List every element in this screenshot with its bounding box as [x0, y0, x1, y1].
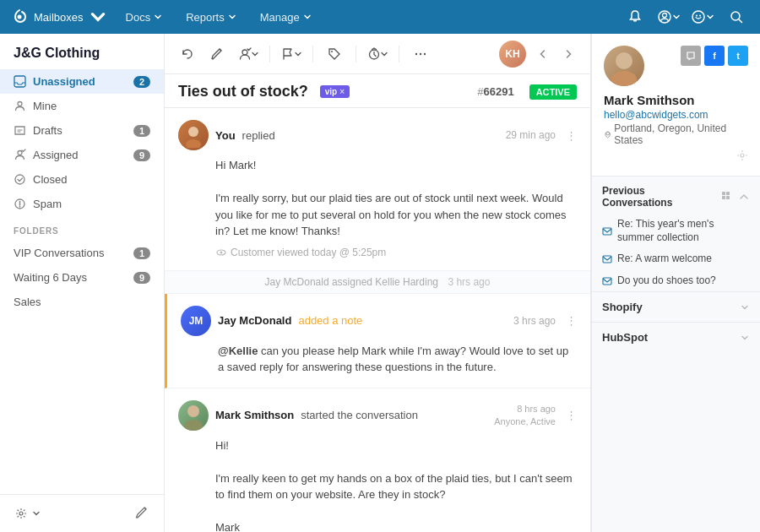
snooze-button[interactable]	[365, 41, 390, 67]
contact-email[interactable]: hello@abcwidgets.com	[604, 109, 748, 121]
assigned-badge: 9	[133, 149, 150, 161]
toolbar-separator-4	[399, 46, 399, 62]
chat-icon-button[interactable]	[681, 46, 701, 66]
collapse-icon[interactable]	[738, 191, 750, 203]
message-more-button[interactable]: ⋮	[566, 409, 577, 421]
reports-chevron	[228, 13, 236, 21]
flag-button[interactable]	[279, 41, 304, 67]
user-menu-button[interactable]	[655, 3, 682, 30]
note-body: @Kellie can you please help Mark while I…	[218, 343, 577, 376]
message-viewed-status: Customer viewed today @ 5:25pm	[215, 247, 577, 258]
waiting-label: Waiting 6 Days	[14, 271, 127, 284]
message-header: You replied 29 min ago ⋮	[178, 120, 577, 150]
prev-conv-text: Re: This year's men's summer collection	[617, 218, 750, 244]
tag-button[interactable]	[322, 41, 347, 67]
previous-conversations-section: Previous Conversations Re: This year's m…	[592, 176, 760, 291]
edit-button[interactable]	[205, 41, 231, 67]
svg-point-8	[18, 102, 22, 106]
hubspot-integration[interactable]: HubSpot	[592, 322, 760, 352]
drafts-icon	[14, 124, 26, 137]
assign-chevron	[252, 51, 258, 57]
agent-menu-chevron	[706, 13, 714, 21]
prev-conv-item[interactable]: Re: This year's men's summer collection	[592, 214, 760, 248]
sidebar-item-closed[interactable]: Closed	[0, 167, 164, 192]
compose-button[interactable]	[128, 502, 155, 525]
notification-bell-button[interactable]	[622, 3, 649, 30]
sidebar-item-assigned[interactable]: Assigned 9	[0, 143, 164, 167]
note-time: 3 hrs ago	[513, 315, 556, 327]
hubspot-label: HubSpot	[602, 331, 740, 344]
conversation-header: Ties out of stock? vip × #66291 ACTIVE	[165, 74, 590, 108]
svg-point-25	[616, 52, 632, 69]
flag-chevron	[295, 51, 301, 57]
settings-button[interactable]	[8, 502, 47, 524]
assigned-icon	[14, 149, 26, 161]
sidebar-item-unassigned[interactable]: Unassigned 2	[0, 69, 164, 94]
note-more-button[interactable]: ⋮	[566, 314, 577, 327]
message-more-button[interactable]: ⋮	[566, 129, 577, 142]
agent-menu-button[interactable]	[689, 3, 716, 30]
sidebar-item-spam[interactable]: Spam	[0, 192, 164, 216]
shopify-integration[interactable]: Shopify	[592, 291, 760, 322]
svg-rect-29	[722, 192, 725, 195]
sidebar-item-mine[interactable]: Mine	[0, 94, 164, 118]
app-logo[interactable]: Mailboxes	[10, 8, 107, 26]
svg-point-20	[186, 139, 201, 148]
unassigned-badge: 2	[133, 76, 150, 88]
contact-header: f t	[604, 46, 748, 86]
mailboxes-label[interactable]: Mailboxes	[34, 11, 84, 24]
svg-point-5	[699, 15, 701, 17]
nav-icons-group	[622, 3, 750, 30]
assign-button[interactable]	[236, 41, 261, 67]
note-item: JM Jay McDonald added a note 3 hrs ago ⋮…	[165, 294, 590, 388]
undo-button[interactable]	[175, 41, 200, 67]
svg-rect-7	[14, 76, 25, 87]
contact-settings-button[interactable]	[604, 149, 748, 164]
prev-conv-item[interactable]: Re: A warm welcome	[592, 248, 760, 270]
prev-convs-header: Previous Conversations	[592, 176, 760, 214]
unassigned-label: Unassigned	[33, 75, 127, 88]
top-navigation: Mailboxes Docs Reports Manage	[0, 0, 760, 34]
svg-point-4	[696, 15, 698, 17]
sidebar-item-sales[interactable]: Sales	[0, 290, 164, 314]
note-header: JM Jay McDonald added a note 3 hrs ago ⋮	[181, 306, 577, 336]
eye-icon	[215, 247, 227, 258]
reports-nav-item[interactable]: Reports	[181, 8, 242, 27]
twitter-icon-button[interactable]: t	[728, 46, 748, 66]
conversation-toolbar: KH	[165, 34, 590, 74]
mailboxes-chevron	[89, 8, 107, 26]
sidebar-item-vip-conversations[interactable]: VIP Conversations 1	[0, 241, 164, 265]
email-icon	[602, 254, 612, 264]
more-icon	[414, 47, 427, 61]
sidebar-item-waiting[interactable]: Waiting 6 Days 9	[0, 265, 164, 290]
facebook-icon-button[interactable]: f	[704, 46, 725, 66]
svg-rect-35	[603, 278, 611, 285]
svg-point-19	[188, 127, 198, 137]
toolbar-separator-2	[312, 46, 313, 62]
more-options-button[interactable]	[408, 41, 433, 67]
search-button[interactable]	[723, 3, 750, 30]
prev-convs-title: Previous Conversations	[602, 185, 716, 209]
svg-point-26	[611, 71, 637, 86]
manage-nav-item[interactable]: Manage	[255, 8, 317, 27]
prev-conv-item[interactable]: Do you do shoes too?	[592, 270, 760, 292]
conversation-assignee-avatar: KH	[499, 41, 526, 68]
contact-card: f t Mark Smithson hello@abcwidgets.com P…	[592, 34, 760, 176]
prev-conversation-button[interactable]	[531, 42, 555, 66]
user-menu-chevron	[672, 13, 681, 21]
shopify-chevron	[740, 302, 750, 312]
next-conversation-button[interactable]	[556, 42, 580, 66]
toolbar-separator-3	[356, 46, 356, 62]
message-body: Hi Mark! I'm really sorry, but our plaid…	[215, 157, 577, 240]
svg-point-23	[187, 405, 199, 417]
svg-point-24	[184, 420, 203, 431]
sidebar-item-drafts[interactable]: Drafts 1	[0, 118, 164, 143]
docs-nav-item[interactable]: Docs	[121, 8, 168, 27]
settings-chevron	[32, 509, 41, 518]
svg-point-16	[415, 52, 417, 54]
chevron-left-icon	[537, 48, 549, 60]
remove-tag-button[interactable]: ×	[339, 87, 345, 96]
email-icon	[602, 226, 612, 236]
svg-point-0	[18, 15, 22, 19]
message-item: Mark Smithson started the conversation 8…	[165, 388, 590, 533]
